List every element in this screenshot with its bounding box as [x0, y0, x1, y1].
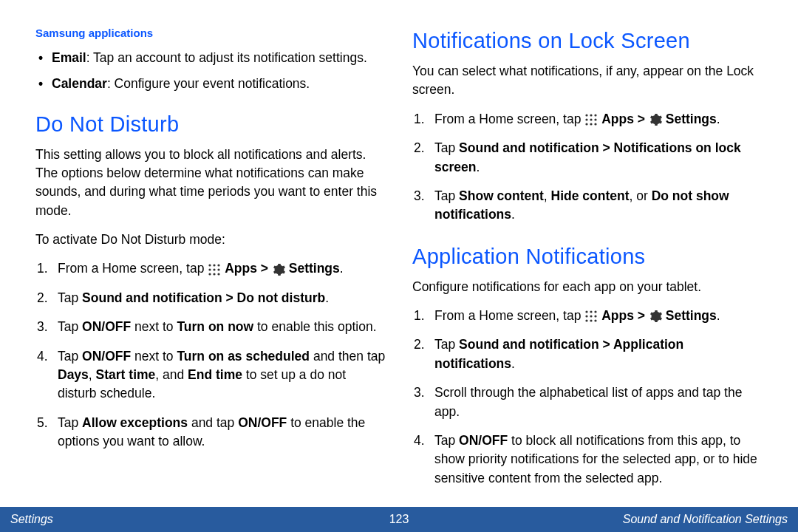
svg-point-12: [586, 119, 588, 121]
settings-gear-icon: [272, 263, 285, 276]
step-item: Tap ON/OFF next to Turn on as scheduled …: [35, 347, 386, 403]
lock-steps: From a Home screen, tap Apps > Settings.…: [412, 110, 763, 225]
step-item: Tap ON/OFF to block all notifications fr…: [412, 432, 763, 488]
svg-point-22: [590, 316, 593, 318]
step-item: Tap ON/OFF next to Turn on now to enable…: [35, 318, 386, 336]
svg-point-18: [586, 311, 588, 313]
step-item: Tap Sound and notification > Application…: [412, 335, 763, 373]
svg-point-24: [586, 320, 588, 322]
dnd-activate-text: To activate Do Not Disturb mode:: [35, 231, 386, 249]
list-item: Calendar: Configure your event notificat…: [35, 75, 386, 93]
svg-point-23: [595, 316, 597, 318]
svg-point-21: [586, 316, 588, 318]
step-item: From a Home screen, tap Apps > Settings.: [412, 307, 763, 325]
svg-point-20: [595, 311, 597, 313]
dnd-intro-text: This setting allows you to block all not…: [35, 146, 386, 221]
app-steps: From a Home screen, tap Apps > Settings.…: [412, 307, 763, 488]
svg-point-14: [595, 119, 597, 121]
svg-point-0: [209, 264, 211, 266]
svg-point-4: [214, 268, 216, 270]
svg-point-8: [218, 273, 220, 275]
lock-intro-text: You can select what notifications, if an…: [412, 62, 763, 100]
footer-right: Sound and Notification Settings: [623, 513, 788, 526]
apps-grid-icon: [584, 310, 598, 323]
svg-point-26: [595, 320, 597, 322]
svg-point-10: [590, 115, 593, 117]
svg-point-5: [218, 268, 220, 270]
step-item: From a Home screen, tap Apps > Settings.: [412, 110, 763, 129]
left-column: Samsung applications Email: Tap an accou…: [35, 25, 386, 498]
bullet-text: : Tap an account to adjust its notificat…: [86, 50, 367, 65]
settings-gear-icon: [649, 310, 662, 323]
step-item: Tap Sound and notification > Notificatio…: [412, 139, 763, 177]
step-item: Tap Allow exceptions and tap ON/OFF to e…: [35, 414, 386, 451]
step-item: From a Home screen, tap Apps > Settings.: [35, 259, 386, 278]
do-not-disturb-heading: Do Not Disturb: [35, 109, 386, 140]
list-item: Email: Tap an account to adjust its noti…: [35, 49, 386, 67]
samsung-applications-list: Email: Tap an account to adjust its noti…: [35, 49, 386, 94]
page-number: 123: [389, 513, 409, 526]
svg-point-3: [209, 268, 211, 270]
bullet-label: Email: [52, 50, 86, 65]
svg-point-9: [586, 115, 588, 117]
svg-point-13: [590, 119, 593, 121]
footer-left: Settings: [10, 513, 53, 526]
svg-point-7: [214, 273, 216, 275]
svg-point-16: [590, 123, 593, 126]
svg-point-1: [214, 264, 216, 266]
svg-point-11: [595, 115, 597, 117]
svg-point-15: [586, 123, 588, 126]
bullet-text: : Configure your event notifications.: [107, 76, 310, 91]
settings-gear-icon: [649, 113, 662, 126]
apps-grid-icon: [208, 263, 221, 276]
right-column: Notifications on Lock Screen You can sel…: [412, 25, 763, 498]
svg-point-25: [590, 320, 593, 322]
step-item: Tap Sound and notification > Do not dist…: [35, 289, 386, 307]
step-item: Tap Show content, Hide content, or Do no…: [412, 187, 763, 225]
application-notifications-heading: Application Notifications: [412, 241, 763, 272]
step-item: Scroll through the alphabetical list of …: [412, 383, 763, 421]
app-intro-text: Configure notifications for each app on …: [412, 278, 763, 296]
page-footer: Settings 123 Sound and Notification Sett…: [0, 507, 798, 532]
svg-point-2: [218, 264, 220, 266]
dnd-steps: From a Home screen, tap Apps > Settings.…: [35, 259, 386, 451]
apps-grid-icon: [584, 113, 598, 126]
svg-point-17: [595, 123, 597, 126]
svg-point-19: [590, 311, 593, 313]
svg-point-6: [209, 273, 211, 275]
bullet-label: Calendar: [52, 76, 107, 91]
samsung-applications-heading: Samsung applications: [35, 25, 386, 41]
lock-screen-heading: Notifications on Lock Screen: [412, 25, 763, 56]
